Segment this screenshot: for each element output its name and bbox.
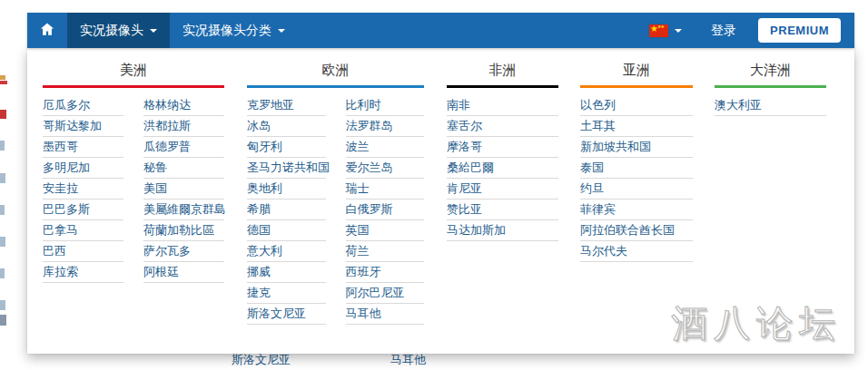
country-link[interactable]: 塞舌尔 xyxy=(447,116,558,137)
country-lists: 以色列土耳其新加坡共和国泰国约旦菲律宾阿拉伯联合酋长国马尔代夫 xyxy=(580,95,693,262)
country-link[interactable]: 秘鲁 xyxy=(143,158,224,179)
language-selector[interactable]: ★★★ xyxy=(638,13,693,48)
country-link[interactable]: 荷兰 xyxy=(346,241,425,262)
country-link[interactable]: 阿拉伯联合酋长国 xyxy=(580,220,693,241)
country-list: 格林纳达洪都拉斯瓜德罗普秘鲁美国美屬維爾京群島荷蘭加勒比區萨尔瓦多阿根廷 xyxy=(143,95,224,283)
country-link[interactable]: 冰岛 xyxy=(247,116,326,137)
country-link[interactable]: 匈牙利 xyxy=(247,137,326,158)
page-edge-fragment xyxy=(0,110,6,119)
country-link[interactable]: 圣马力诺共和国 xyxy=(247,158,326,179)
country-link[interactable]: 斯洛文尼亚 xyxy=(247,304,326,325)
country-lists: 南非塞舌尔摩洛哥桑給巴爾肯尼亚赞比亚马达加斯加 xyxy=(447,95,558,241)
country-link[interactable]: 萨尔瓦多 xyxy=(143,241,224,262)
continent-header: 欧洲 xyxy=(247,61,424,88)
country-link[interactable]: 桑給巴爾 xyxy=(447,158,558,179)
country-link[interactable]: 库拉索 xyxy=(43,262,123,283)
country-link[interactable]: 阿根廷 xyxy=(143,262,224,283)
country-link[interactable]: 比利时 xyxy=(346,95,425,116)
continent-group-1: 欧洲克罗地亚冰岛匈牙利圣马力诺共和国奥地利希腊德国意大利挪威捷克斯洛文尼亚比利时… xyxy=(247,61,424,325)
country-list: 以色列土耳其新加坡共和国泰国约旦菲律宾阿拉伯联合酋长国马尔代夫 xyxy=(580,95,693,262)
navbar-spacer xyxy=(298,13,638,48)
country-list: 南非塞舌尔摩洛哥桑給巴爾肯尼亚赞比亚马达加斯加 xyxy=(447,95,558,241)
country-link[interactable]: 瓜德罗普 xyxy=(143,137,224,158)
nav-item-1[interactable]: 实况摄像头分类 xyxy=(170,13,298,48)
page-edge-fragment xyxy=(0,173,5,183)
country-link[interactable]: 波兰 xyxy=(346,137,425,158)
country-link[interactable]: 希腊 xyxy=(247,200,326,220)
login-link[interactable]: 登录 xyxy=(693,13,755,48)
top-navbar: 实况摄像头实况摄像头分类 ★★★ 登录 PREMIUM xyxy=(27,13,854,48)
country-link[interactable]: 墨西哥 xyxy=(43,137,123,158)
country-link[interactable]: 洪都拉斯 xyxy=(143,116,224,137)
country-link[interactable]: 挪威 xyxy=(247,262,326,283)
mega-menu-columns: 美洲厄瓜多尔哥斯达黎加墨西哥多明尼加安圭拉巴巴多斯巴拿马巴西库拉索格林纳达洪都拉… xyxy=(43,61,826,325)
home-icon xyxy=(39,21,55,41)
country-link[interactable]: 巴西 xyxy=(43,241,123,262)
country-link[interactable]: 意大利 xyxy=(247,241,326,262)
country-link[interactable]: 瑞士 xyxy=(346,179,425,200)
country-link[interactable]: 安圭拉 xyxy=(43,179,123,200)
continent-header: 非洲 xyxy=(447,61,558,88)
country-link[interactable]: 赞比亚 xyxy=(447,200,558,220)
country-lists: 厄瓜多尔哥斯达黎加墨西哥多明尼加安圭拉巴巴多斯巴拿马巴西库拉索格林纳达洪都拉斯瓜… xyxy=(43,95,224,283)
country-link[interactable]: 摩洛哥 xyxy=(447,137,558,158)
country-link[interactable]: 英国 xyxy=(346,220,425,241)
nav-item-0[interactable]: 实况摄像头 xyxy=(67,13,170,48)
country-link[interactable]: 肯尼亚 xyxy=(447,179,558,200)
country-link[interactable]: 美屬維爾京群島 xyxy=(143,200,224,220)
home-button[interactable] xyxy=(27,13,67,48)
continent-header: 大洋洲 xyxy=(715,61,826,88)
country-list: 比利时法罗群岛波兰爱尔兰岛瑞士白俄罗斯英国荷兰西班牙阿尔巴尼亚马耳他 xyxy=(346,95,425,325)
navbar-items: 实况摄像头实况摄像头分类 xyxy=(67,13,298,48)
page-edge-fragment xyxy=(0,315,6,326)
page-edge-fragment xyxy=(0,81,7,84)
country-link[interactable]: 以色列 xyxy=(580,95,693,116)
country-link[interactable]: 奥地利 xyxy=(247,179,326,200)
country-link[interactable]: 土耳其 xyxy=(580,116,693,137)
country-link[interactable]: 西班牙 xyxy=(346,262,425,283)
continent-header: 亚洲 xyxy=(580,61,693,88)
country-link[interactable]: 巴巴多斯 xyxy=(43,200,123,220)
country-link[interactable]: 澳大利亚 xyxy=(715,95,826,116)
country-link[interactable]: 多明尼加 xyxy=(43,158,123,179)
country-link[interactable]: 马尔代夫 xyxy=(580,241,693,262)
chevron-down-icon xyxy=(278,29,285,33)
nav-item-label: 实况摄像头 xyxy=(80,23,143,39)
chevron-down-icon xyxy=(150,29,157,33)
country-link[interactable]: 克罗地亚 xyxy=(247,95,326,116)
country-link[interactable]: 巴拿马 xyxy=(43,220,123,241)
country-link[interactable]: 美国 xyxy=(143,179,224,200)
page-edge-fragment xyxy=(0,75,5,80)
chevron-down-icon xyxy=(675,29,682,33)
country-link[interactable]: 新加坡共和国 xyxy=(580,137,693,158)
premium-button[interactable]: PREMIUM xyxy=(758,18,841,43)
nav-item-label: 实况摄像头分类 xyxy=(182,23,271,39)
country-link[interactable]: 约旦 xyxy=(580,179,693,200)
country-link[interactable]: 爱尔兰岛 xyxy=(346,158,425,179)
country-link[interactable]: 荷蘭加勒比區 xyxy=(143,220,224,241)
continent-group-3: 亚洲以色列土耳其新加坡共和国泰国约旦菲律宾阿拉伯联合酋长国马尔代夫 xyxy=(580,61,693,325)
page-edge-fragment xyxy=(0,205,5,215)
china-flag-icon: ★★★ xyxy=(649,24,668,37)
country-link[interactable]: 泰国 xyxy=(580,158,693,179)
country-link[interactable]: 白俄罗斯 xyxy=(346,200,425,220)
country-link[interactable]: 马耳他 xyxy=(346,304,425,325)
country-link[interactable]: 哥斯达黎加 xyxy=(43,116,123,137)
continent-group-4: 大洋洲澳大利亚 xyxy=(715,61,826,325)
country-list: 克罗地亚冰岛匈牙利圣马力诺共和国奥地利希腊德国意大利挪威捷克斯洛文尼亚 xyxy=(247,95,326,325)
mega-menu-panel: 美洲厄瓜多尔哥斯达黎加墨西哥多明尼加安圭拉巴巴多斯巴拿马巴西库拉索格林纳达洪都拉… xyxy=(27,48,854,354)
continent-group-0: 美洲厄瓜多尔哥斯达黎加墨西哥多明尼加安圭拉巴巴多斯巴拿马巴西库拉索格林纳达洪都拉… xyxy=(43,61,224,325)
country-link[interactable]: 格林纳达 xyxy=(143,95,224,116)
country-list: 澳大利亚 xyxy=(715,95,826,116)
country-link[interactable]: 德国 xyxy=(247,220,326,241)
country-link[interactable]: 阿尔巴尼亚 xyxy=(346,283,425,304)
country-link[interactable]: 法罗群岛 xyxy=(346,116,425,137)
country-link[interactable]: 捷克 xyxy=(247,283,326,304)
country-link[interactable]: 南非 xyxy=(447,95,558,116)
country-link[interactable]: 厄瓜多尔 xyxy=(43,95,123,116)
country-lists: 克罗地亚冰岛匈牙利圣马力诺共和国奥地利希腊德国意大利挪威捷克斯洛文尼亚比利时法罗… xyxy=(247,95,424,325)
country-list: 厄瓜多尔哥斯达黎加墨西哥多明尼加安圭拉巴巴多斯巴拿马巴西库拉索 xyxy=(43,95,123,283)
country-link[interactable]: 马达加斯加 xyxy=(447,220,558,241)
page-edge-fragment xyxy=(0,141,5,151)
country-link[interactable]: 菲律宾 xyxy=(580,200,693,220)
